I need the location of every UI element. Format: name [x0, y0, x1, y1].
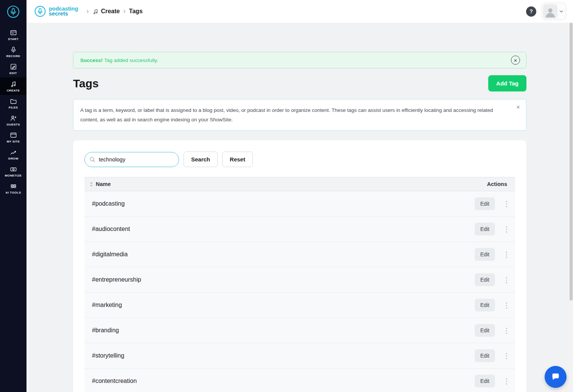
chevron-down-icon	[559, 9, 564, 14]
sidebar-item-create[interactable]: CREATE	[0, 77, 26, 95]
scrollbar-thumb[interactable]	[570, 23, 573, 301]
folder-icon	[10, 98, 17, 105]
kebab-menu-icon[interactable]: ⋮	[503, 251, 508, 258]
brand-line2: secrets	[49, 11, 78, 16]
info-close-icon[interactable]: ×	[516, 104, 520, 110]
table-row: #branding Edit ⋮	[84, 318, 515, 343]
search-button[interactable]: Search	[184, 152, 218, 167]
sidebar-item-files[interactable]: FILES	[0, 95, 26, 112]
alert-close-button[interactable]: ×	[511, 56, 520, 65]
brand-logo[interactable]: podcasting secrets	[34, 5, 78, 17]
scrollbar-track[interactable]	[569, 23, 573, 392]
sidebar-item-edit[interactable]: EDIT	[0, 60, 26, 77]
brand-logo-icon	[34, 5, 46, 17]
tag-name: #audiocontent	[92, 226, 130, 232]
table-header: Name Actions	[84, 177, 515, 191]
tag-name: #storytelling	[92, 352, 124, 359]
breadcrumb-create-label: Create	[101, 8, 120, 15]
sort-icon	[90, 182, 93, 187]
table-row: #entrepreneurship Edit ⋮	[84, 267, 515, 293]
sidebar-item-label: RECORD	[6, 54, 20, 58]
banknote-icon	[10, 166, 17, 173]
breadcrumb-create[interactable]: Create	[92, 8, 120, 15]
table-row: #storytelling Edit ⋮	[84, 343, 515, 369]
sidebar-item-ai-tools[interactable]: AI TOOLS	[0, 180, 26, 197]
sidebar-item-guests[interactable]: GUESTS	[0, 112, 26, 129]
table-row: #marketing Edit ⋮	[84, 293, 515, 318]
name-column-header[interactable]: Name	[90, 181, 111, 187]
user-menu-button[interactable]	[542, 3, 566, 20]
sidebar: START RECORD EDIT CREATE FILES GUESTS MY…	[0, 0, 26, 392]
edit-button[interactable]: Edit	[475, 273, 495, 286]
edit-button[interactable]: Edit	[475, 375, 495, 387]
kebab-menu-icon[interactable]: ⋮	[503, 327, 508, 334]
add-tag-button[interactable]: Add Tag	[488, 75, 526, 91]
sidebar-item-my-site[interactable]: MY SITE	[0, 129, 26, 146]
search-icon	[89, 156, 95, 163]
sidebar-item-record[interactable]: RECORD	[0, 43, 26, 60]
microphone-icon	[10, 46, 17, 53]
info-box: A tag is a term, keyword, or label that …	[73, 99, 526, 131]
chevron-right-icon: ›	[123, 7, 125, 15]
reset-button[interactable]: Reset	[222, 152, 253, 167]
tag-name: #podcasting	[92, 200, 125, 207]
chevron-right-icon: ›	[86, 7, 89, 15]
tags-card: Search Reset Name Actions #podcasting Ed…	[73, 140, 526, 392]
edit-icon	[10, 63, 17, 70]
music-note-icon	[10, 81, 17, 88]
tag-name: #digitalmedia	[92, 251, 128, 258]
breadcrumb-tags[interactable]: Tags	[129, 8, 143, 15]
sidebar-item-label: MY SITE	[7, 140, 20, 143]
chat-widget-button[interactable]	[545, 366, 567, 388]
sidebar-item-label: GROW	[8, 157, 18, 160]
tag-name: #branding	[92, 327, 119, 334]
help-button[interactable]: ?	[526, 6, 536, 17]
sidebar-nav: START RECORD EDIT CREATE FILES GUESTS MY…	[0, 23, 26, 197]
top-bar: podcasting secrets › Create › Tags ?	[26, 0, 573, 23]
success-alert: Success!Tag added successfully. ×	[73, 52, 526, 68]
sidebar-item-monetize[interactable]: MONETIZE	[0, 163, 26, 180]
table-row: #audiocontent Edit ⋮	[84, 217, 515, 242]
kebab-menu-icon[interactable]: ⋮	[503, 200, 508, 208]
browser-icon	[10, 132, 17, 139]
brand-wordmark: podcasting secrets	[49, 6, 78, 16]
sidebar-item-label: EDIT	[9, 71, 17, 75]
sidebar-item-label: GUESTS	[6, 123, 20, 126]
edit-button[interactable]: Edit	[475, 299, 495, 311]
table-row: #contentcreation Edit ⋮	[84, 369, 515, 392]
kebab-menu-icon[interactable]: ⋮	[503, 378, 508, 385]
sidebar-item-label: START	[8, 37, 19, 41]
kebab-menu-icon[interactable]: ⋮	[503, 226, 508, 233]
edit-button[interactable]: Edit	[475, 197, 495, 210]
success-alert-title: Success!	[80, 57, 103, 63]
breadcrumb: › Create › Tags	[86, 7, 143, 15]
name-column-label: Name	[96, 181, 111, 187]
tag-name: #entrepreneurship	[92, 276, 141, 283]
app-logo-icon[interactable]	[0, 0, 26, 23]
edit-button[interactable]: Edit	[475, 324, 495, 337]
page-title: Tags	[73, 77, 99, 90]
music-note-icon	[92, 8, 99, 15]
actions-column-header: Actions	[487, 181, 507, 187]
breadcrumb-tags-label: Tags	[129, 8, 143, 15]
growth-chart-icon	[10, 149, 17, 156]
table-row: #digitalmedia Edit ⋮	[84, 242, 515, 267]
success-alert-message: Tag added successfully.	[104, 57, 158, 63]
edit-button[interactable]: Edit	[475, 248, 495, 261]
kebab-menu-icon[interactable]: ⋮	[503, 352, 508, 359]
kebab-menu-icon[interactable]: ⋮	[503, 302, 508, 309]
sidebar-item-label: AI TOOLS	[6, 191, 21, 194]
sidebar-item-grow[interactable]: GROW	[0, 146, 26, 163]
sidebar-item-start[interactable]: START	[0, 26, 26, 43]
success-alert-text: Success!Tag added successfully.	[80, 57, 158, 63]
sidebar-item-label: MONETIZE	[5, 174, 22, 177]
edit-button[interactable]: Edit	[475, 349, 495, 362]
atom-icon	[10, 183, 17, 190]
sidebar-item-label: FILES	[9, 106, 18, 109]
chat-bubble-icon	[550, 371, 561, 383]
start-icon	[10, 29, 17, 36]
table-row: #podcasting Edit ⋮	[84, 191, 515, 217]
kebab-menu-icon[interactable]: ⋮	[503, 276, 508, 284]
search-input[interactable]	[84, 152, 179, 167]
edit-button[interactable]: Edit	[475, 223, 495, 236]
